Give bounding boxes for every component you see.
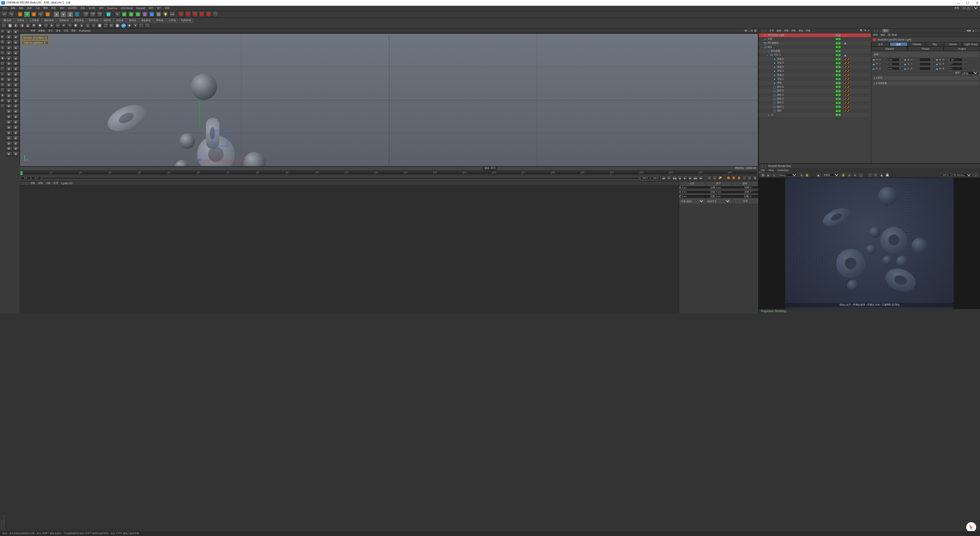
tool3-button[interactable]: ⬤ — [97, 23, 102, 28]
tool3-button[interactable]: △ — [85, 23, 90, 28]
rs-button-4[interactable] — [199, 11, 205, 17]
loop-button[interactable]: ↻ — [667, 176, 671, 180]
tool3-button[interactable]: ✧ — [67, 23, 72, 28]
mode-button[interactable]: ? — [0, 29, 5, 34]
vp-nav-icon[interactable]: ↕ — [748, 29, 750, 33]
tool-pair[interactable]: ▦▦ — [6, 98, 19, 103]
field-tab[interactable]: Python域 — [179, 18, 194, 23]
attr-input[interactable] — [949, 58, 963, 61]
rv-snap-icon[interactable]: ❄ — [853, 173, 858, 177]
tool-pair[interactable]: ▦▦ — [6, 119, 19, 124]
prev-key-button[interactable]: ◀◀ — [672, 176, 677, 180]
mode-button[interactable]: ⬚ — [0, 104, 5, 109]
axis-y-button[interactable]: Y — [60, 11, 66, 17]
maximize-button[interactable]: ☐ — [966, 1, 969, 5]
attr-input[interactable] — [918, 67, 931, 70]
rv-zoom-input[interactable] — [940, 173, 951, 177]
object-row[interactable]: ▾L0细分 — [759, 45, 871, 49]
object-row[interactable]: ▭平面 — [759, 37, 871, 41]
object-row[interactable]: ●球体.5 — [759, 61, 871, 65]
attr-input[interactable] — [886, 62, 900, 66]
rv-save-icon[interactable]: 💾 — [885, 173, 890, 177]
object-row[interactable]: ↘力 — [759, 113, 871, 117]
tool-pair[interactable]: ▦▦ — [6, 34, 19, 39]
field-tab[interactable]: 声音域 — [154, 18, 166, 23]
vp-menu-item[interactable]: 过滤 — [64, 29, 68, 33]
rv-refresh-button[interactable]: ↻ — [772, 173, 777, 177]
menu-item[interactable]: RealFlow — [105, 7, 119, 10]
tool-pair[interactable]: ▦▦ — [6, 109, 19, 114]
menu-item[interactable]: INSYDIUM — [119, 7, 134, 10]
pen-tool[interactable]: ✎ — [114, 11, 121, 17]
select-tool[interactable] — [17, 11, 23, 17]
object-row[interactable]: ◯圆环.4 — [759, 93, 871, 97]
keysel-button[interactable]: 🔑 — [718, 176, 722, 180]
tool3-button[interactable]: ⬚ — [145, 23, 150, 28]
rv-ipr-button[interactable]: ▶ — [766, 173, 771, 177]
object-row[interactable]: ◯圆环.5 — [759, 89, 871, 93]
rv-lock-cam-icon[interactable]: 🔒 — [841, 173, 846, 177]
object-row[interactable]: ◯圆环.3 — [759, 97, 871, 101]
key-scale-button[interactable] — [732, 176, 736, 180]
key-pla-button[interactable]: ≡ — [747, 176, 752, 180]
tool3-button[interactable]: ▼ — [133, 23, 138, 28]
menu-item[interactable]: 编辑 — [9, 7, 17, 10]
coord-input[interactable] — [714, 194, 745, 198]
om-menu-item[interactable]: 标签 — [799, 29, 803, 33]
tool-pair[interactable]: ▦▦ — [6, 29, 19, 34]
vp-menu-item[interactable]: 显示 — [48, 29, 53, 33]
tool-pair[interactable]: ▦▦ — [6, 56, 19, 61]
menu-item[interactable]: 文件 — [1, 7, 9, 10]
tool3-button[interactable]: ⬚ — [139, 23, 144, 28]
tool3-button[interactable]: fx — [109, 23, 114, 28]
tool3-button[interactable]: ⬤ — [115, 23, 120, 28]
axis-z-button[interactable]: Z — [67, 11, 73, 17]
tool3-button[interactable]: ⬢ — [37, 23, 42, 28]
menu-item[interactable]: 帮助 — [163, 7, 172, 10]
tool-pair[interactable]: ▦▦ — [6, 141, 19, 146]
viewport-perspective[interactable]: Number of emitters: 0 Total live particl… — [20, 33, 758, 167]
light-button[interactable]: 💡 — [162, 11, 168, 17]
attr-tab[interactable]: General — [908, 42, 926, 47]
deformer-button[interactable] — [142, 11, 148, 17]
mode-button[interactable]: ◫ — [0, 40, 5, 45]
tool-pair[interactable]: ▦▦ — [6, 45, 19, 50]
tool-pair[interactable]: ▦▦ — [6, 130, 19, 135]
primitive-cube-button[interactable] — [105, 11, 111, 17]
om-menu-item[interactable]: 对象 — [791, 29, 796, 33]
mode-button[interactable]: ⟲ — [0, 77, 5, 82]
coord-apply-button[interactable]: 应用 — [733, 199, 758, 203]
key-param-button[interactable]: ⬚ — [742, 176, 747, 180]
tool3-button[interactable]: ◇ — [55, 23, 60, 28]
tool-pair[interactable]: ▦▦ — [6, 40, 19, 45]
tool3-button[interactable]: ⬚ — [1, 23, 7, 28]
object-row[interactable]: ◯圆环 — [759, 109, 871, 113]
coord-input[interactable] — [715, 186, 745, 189]
attr-menu-item[interactable]: 模式 — [873, 33, 878, 37]
rv-expand-icon[interactable]: ⤢ — [974, 173, 978, 177]
minimize-button[interactable]: — — [957, 1, 960, 5]
vp-menu-item[interactable]: ProRender — [79, 29, 91, 32]
rs-button-1[interactable] — [178, 11, 184, 17]
attr-tab[interactable]: Project — [944, 46, 980, 51]
tool-pair[interactable]: ▦▦ — [6, 114, 19, 119]
om-search-icon[interactable]: 🔍 — [860, 29, 863, 32]
tool3-button[interactable]: ◆ — [127, 23, 132, 28]
object-row[interactable]: 📷RS 摄像机▣ — [759, 41, 871, 45]
camera-button[interactable] — [155, 11, 162, 17]
object-row[interactable]: ▾◇细分曲面 — [759, 49, 871, 53]
coord-input[interactable] — [681, 186, 711, 189]
object-row[interactable]: ●球体.6 — [759, 57, 871, 61]
rv-menu-item[interactable]: File — [761, 169, 765, 172]
menu-item[interactable]: Redshift — [134, 7, 147, 10]
rv-menu-item[interactable]: Customize — [777, 169, 789, 172]
rs-button-3[interactable] — [192, 11, 198, 17]
field-tab[interactable]: 径向域 — [114, 18, 126, 23]
tool-pair[interactable]: ▦▦ — [6, 151, 19, 156]
redo-button[interactable]: ↷ — [8, 11, 14, 17]
record-button[interactable]: ● — [707, 176, 712, 180]
tool-pair[interactable]: ▦▦ — [6, 82, 19, 87]
tool3-button[interactable]: ▲ — [79, 23, 84, 28]
tool3-button[interactable]: ◐ — [13, 23, 19, 28]
generator-button[interactable] — [128, 11, 134, 17]
